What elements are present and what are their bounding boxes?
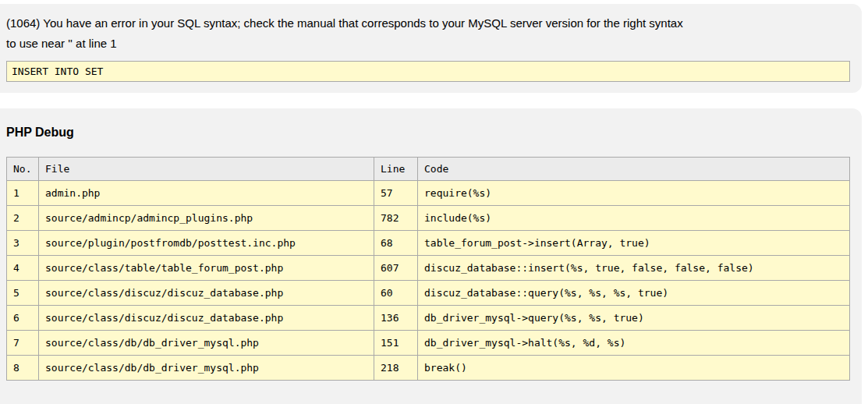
php-debug-panel: PHP Debug No.FileLineCode 1admin.php57re… — [0, 108, 862, 404]
php-debug-table: No.FileLineCode 1admin.php57require(%s)2… — [6, 157, 850, 381]
cell-code: require(%s) — [418, 181, 850, 206]
cell-line: 607 — [374, 256, 418, 281]
table-row: 7source/class/db/db_driver_mysql.php151d… — [7, 331, 850, 356]
cell-file: admin.php — [39, 181, 374, 206]
cell-line: 136 — [374, 306, 418, 331]
table-row: 4source/class/table/table_forum_post.php… — [7, 256, 850, 281]
cell-code: include(%s) — [418, 206, 850, 231]
table-row: 5source/class/discuz/discuz_database.php… — [7, 281, 850, 306]
cell-code: discuz_database::insert(%s, true, false,… — [418, 256, 850, 281]
sql-query-box: INSERT INTO SET — [6, 61, 850, 82]
table-row: 1admin.php57require(%s) — [7, 181, 850, 206]
cell-code: db_driver_mysql->query(%s, %s, true) — [418, 306, 850, 331]
cell-no: 8 — [7, 356, 39, 381]
cell-file: source/class/db/db_driver_mysql.php — [39, 331, 374, 356]
header-cell-no: No. — [7, 158, 39, 181]
table-header-row: No.FileLineCode — [7, 158, 850, 181]
cell-code: table_forum_post->insert(Array, true) — [418, 231, 850, 256]
cell-code: discuz_database::query(%s, %s, %s, true) — [418, 281, 850, 306]
error-panel: (1064) You have an error in your SQL syn… — [0, 4, 862, 93]
cell-line: 57 — [374, 181, 418, 206]
cell-file: source/class/discuz/discuz_database.php — [39, 281, 374, 306]
header-cell-file: File — [39, 158, 374, 181]
cell-file: source/class/db/db_driver_mysql.php — [39, 356, 374, 381]
cell-no: 6 — [7, 306, 39, 331]
error-message-line2: to use near '' at line 1 — [6, 34, 850, 54]
cell-no: 2 — [7, 206, 39, 231]
cell-no: 1 — [7, 181, 39, 206]
cell-file: source/plugin/postfromdb/posttest.inc.ph… — [39, 231, 374, 256]
cell-line: 60 — [374, 281, 418, 306]
cell-file: source/class/table/table_forum_post.php — [39, 256, 374, 281]
header-cell-code: Code — [418, 158, 850, 181]
cell-file: source/admincp/admincp_plugins.php — [39, 206, 374, 231]
cell-line: 68 — [374, 231, 418, 256]
cell-no: 7 — [7, 331, 39, 356]
table-row: 6source/class/discuz/discuz_database.php… — [7, 306, 850, 331]
cell-code: db_driver_mysql->halt(%s, %d, %s) — [418, 331, 850, 356]
error-message-line1: (1064) You have an error in your SQL syn… — [6, 13, 850, 34]
table-row: 3source/plugin/postfromdb/posttest.inc.p… — [7, 231, 850, 256]
cell-no: 5 — [7, 281, 39, 306]
cell-no: 3 — [7, 231, 39, 256]
cell-file: source/class/discuz/discuz_database.php — [39, 306, 374, 331]
table-row: 8source/class/db/db_driver_mysql.php218b… — [7, 356, 850, 381]
cell-code: break() — [418, 356, 850, 381]
cell-line: 151 — [374, 331, 418, 356]
cell-no: 4 — [7, 256, 39, 281]
php-debug-title: PHP Debug — [6, 126, 850, 140]
sql-query-text: INSERT INTO SET — [12, 66, 103, 77]
cell-line: 782 — [374, 206, 418, 231]
table-row: 2source/admincp/admincp_plugins.php782in… — [7, 206, 850, 231]
cell-line: 218 — [374, 356, 418, 381]
error-message: (1064) You have an error in your SQL syn… — [6, 13, 850, 54]
header-cell-line: Line — [374, 158, 418, 181]
